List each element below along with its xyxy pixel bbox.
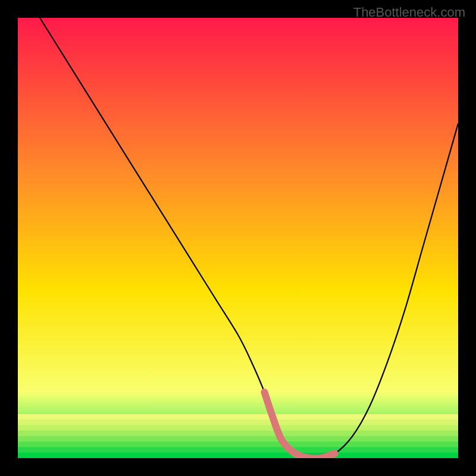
svg-rect-7 [18, 453, 458, 458]
svg-rect-2 [18, 425, 458, 431]
watermark-text: TheBottleneck.com [353, 5, 465, 20]
svg-rect-1 [18, 419, 458, 425]
chart-container: TheBottleneck.com [0, 0, 476, 476]
svg-rect-5 [18, 441, 458, 447]
gradient-background [18, 18, 458, 458]
svg-rect-6 [18, 447, 458, 453]
svg-rect-3 [18, 431, 458, 437]
plot-area [18, 18, 458, 458]
chart-svg [18, 18, 458, 458]
svg-rect-4 [18, 436, 458, 442]
svg-rect-0 [18, 414, 458, 420]
bottom-stripes [18, 414, 458, 458]
